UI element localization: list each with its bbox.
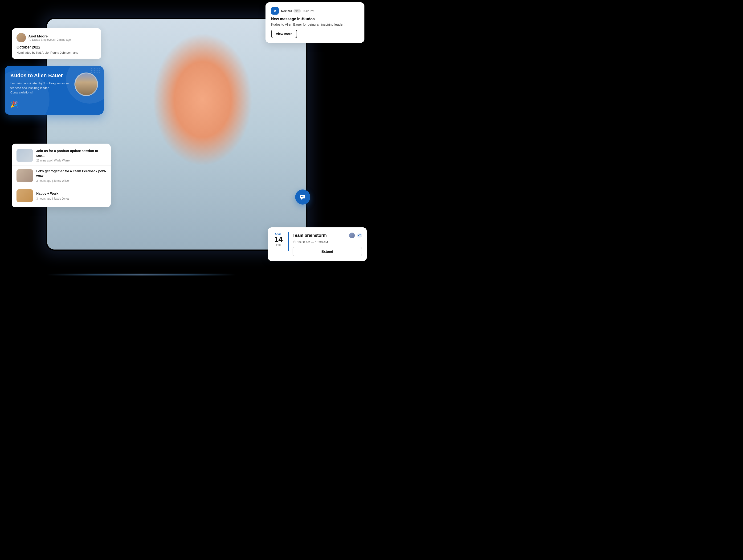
kudos-text-section: Kudos to Allen Bauer For being nominated…: [10, 73, 71, 95]
news-feed-card: Join us for a product update session to …: [12, 144, 111, 207]
clock-icon: ⏱: [293, 240, 296, 244]
notification-body: Kudos to Allen Bauer for being an inspir…: [271, 22, 359, 27]
calendar-date: OCT 14 FRI: [272, 232, 285, 246]
news-content-3: Happy + Work 3 hours ago | Jacob Jones: [36, 191, 106, 200]
kudos-description: For being nominated by 3 colleagues as a…: [10, 81, 71, 95]
kudos-card: Kudos to Allen Bauer For being nominated…: [5, 66, 104, 114]
kudos-celebration-icon: 🎉: [10, 101, 98, 108]
calendar-day: 14: [272, 236, 285, 243]
post-card: Ariel Moore To Dallas Employees | 2 mins…: [12, 28, 101, 59]
news-content-2: Let's get together for a Team Feedback p…: [36, 169, 106, 182]
calendar-weekday: FRI: [272, 243, 285, 246]
calendar-divider: [288, 232, 289, 251]
news-item-3[interactable]: Happy + Work 3 hours ago | Jacob Jones: [12, 186, 111, 205]
notification-time: 9:42 PM: [303, 9, 314, 13]
kudos-person-avatar: [75, 73, 98, 96]
news-item-2[interactable]: Let's get together for a Team Feedback p…: [12, 166, 111, 186]
calendar-content: Team brainstorm +7 ⏱ 10:00 AM — 10:30 AM…: [293, 232, 362, 256]
notification-title: New message in #kudos: [271, 17, 359, 21]
post-user-meta: To Dallas Employees | 2 mins ago: [28, 38, 71, 41]
post-user-name: Ariel Moore: [28, 34, 71, 38]
post-more-icon[interactable]: ···: [93, 35, 97, 41]
news-title-1: Join us for a product update session to …: [36, 149, 106, 158]
app-badge: APP: [294, 9, 301, 12]
kudos-avatar-image: [75, 74, 97, 95]
chat-bubble-button[interactable]: [295, 189, 310, 204]
news-thumbnail-1: [16, 149, 33, 162]
calendar-time: ⏱ 10:00 AM — 10:30 AM: [293, 240, 362, 244]
news-thumbnail-2: [16, 169, 33, 182]
news-item-1[interactable]: Join us for a product update session to …: [12, 145, 111, 166]
post-user-avatar: [16, 33, 26, 42]
kudos-content: Kudos to Allen Bauer For being nominated…: [10, 73, 98, 96]
calendar-card: OCT 14 FRI Team brainstorm +7 ⏱ 10:00 AM…: [268, 227, 367, 261]
news-meta-3: 3 hours ago | Jacob Jones: [36, 197, 106, 200]
nexiera-logo-icon: [271, 7, 279, 14]
notification-meta: Nexiera APP 9:42 PM: [281, 9, 314, 13]
notification-card: Nexiera APP 9:42 PM New message in #kudo…: [265, 2, 364, 43]
extend-button[interactable]: Extend: [293, 247, 362, 256]
svg-point-1: [303, 196, 303, 197]
app-name-label: Nexiera: [281, 9, 292, 13]
svg-point-2: [304, 196, 304, 197]
calendar-title-row: Team brainstorm +7: [293, 232, 362, 239]
bottom-glow-line: [47, 274, 235, 275]
attendee-avatar-1: [349, 232, 355, 239]
attendee-count: +7: [357, 234, 362, 237]
news-content-1: Join us for a product update session to …: [36, 149, 106, 162]
notification-header: Nexiera APP 9:42 PM: [271, 7, 359, 14]
post-text: Nominated by Kat Arujo, Penny Johnson, a…: [16, 51, 97, 54]
post-user: Ariel Moore To Dallas Employees | 2 mins…: [16, 33, 71, 42]
view-more-button[interactable]: View more: [271, 30, 297, 38]
news-thumbnail-3: [16, 189, 33, 202]
news-meta-2: 2 hours ago | Jenny Wilson: [36, 179, 106, 182]
post-date: October 2022: [16, 45, 97, 49]
calendar-event-title: Team brainstorm: [293, 233, 327, 238]
dots-decoration: [91, 68, 101, 73]
news-title-3: Happy + Work: [36, 191, 106, 196]
post-user-info: Ariel Moore To Dallas Employees | 2 mins…: [28, 34, 71, 41]
chat-bubble-icon: [299, 193, 306, 200]
news-title-2: Let's get together for a Team Feedback p…: [36, 169, 106, 178]
calendar-attendees: +7: [349, 232, 362, 239]
kudos-title: Kudos to Allen Bauer: [10, 73, 71, 79]
avatar-image: [16, 33, 26, 42]
news-meta-1: 21 mins ago | Wade Warren: [36, 159, 106, 162]
svg-point-0: [301, 196, 302, 197]
calendar-time-label: 10:00 AM — 10:30 AM: [297, 240, 328, 244]
post-header: Ariel Moore To Dallas Employees | 2 mins…: [16, 33, 97, 42]
